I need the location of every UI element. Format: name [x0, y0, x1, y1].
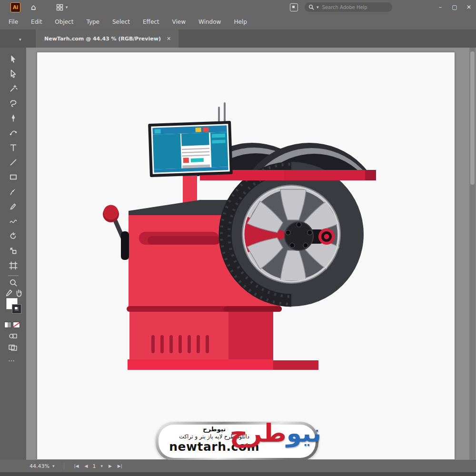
- canvas-area: [26, 48, 476, 460]
- logo-part-blue: نیو: [287, 419, 321, 447]
- artboard-last-button[interactable]: ▶|: [118, 464, 122, 468]
- more-tools-ellipsis[interactable]: …: [8, 355, 15, 363]
- menu-bar: File Edit Object Type Select Effect View…: [0, 14, 476, 30]
- menu-edit[interactable]: Edit: [31, 19, 42, 25]
- tab-overflow-caret-icon[interactable]: ▾: [19, 37, 21, 42]
- tool-hand-icon[interactable]: [14, 288, 21, 296]
- chevron-down-icon: ▾: [66, 5, 68, 10]
- none-color-chip[interactable]: [13, 322, 20, 328]
- tool-direct-selection-icon[interactable]: [9, 69, 18, 79]
- tool-selection-icon[interactable]: [9, 54, 18, 64]
- tool-line-segment-icon[interactable]: [9, 158, 18, 167]
- tool-paintbrush-icon[interactable]: [9, 187, 18, 197]
- tool-scale-icon[interactable]: [9, 246, 18, 256]
- artboard-caret-icon[interactable]: ▾: [100, 464, 103, 468]
- menu-file[interactable]: File: [9, 19, 18, 25]
- arrange-documents-icon: [56, 4, 63, 11]
- artboard: [37, 52, 455, 459]
- artboard-next-button[interactable]: ▶: [109, 464, 112, 468]
- tool-artboard-icon[interactable]: [9, 261, 18, 270]
- screen-mode-icon[interactable]: [8, 344, 18, 353]
- artboard-first-button[interactable]: |◀: [74, 464, 79, 468]
- drawing-modes-icon[interactable]: [8, 332, 18, 342]
- tool-rectangle-icon[interactable]: [9, 172, 18, 182]
- document-tab-title: NewTarh.com @ 44.43 % (RGB/Preview): [44, 36, 161, 42]
- color-mode-chip[interactable]: [4, 322, 11, 328]
- tool-pen-icon[interactable]: [9, 113, 18, 123]
- stroke-color-swatch[interactable]: [12, 305, 21, 313]
- menu-window[interactable]: Window: [198, 19, 221, 25]
- maximize-button[interactable]: ▢: [447, 4, 462, 10]
- title-bar: Ai ⌂ ▾ ▾ – ▢ ✕: [0, 0, 476, 14]
- tool-lasso-icon[interactable]: [9, 99, 18, 108]
- tool-shaper-icon[interactable]: [9, 217, 18, 226]
- tool-magic-wand-icon[interactable]: [9, 84, 18, 93]
- home-icon[interactable]: ⌂: [31, 3, 36, 11]
- document-tab-bar: ▾ NewTarh.com @ 44.43 % (RGB/Preview) ✕: [0, 30, 476, 48]
- tab-close-icon[interactable]: ✕: [167, 36, 171, 42]
- artboard-number[interactable]: 1: [92, 463, 96, 469]
- tools-panel: …: [0, 48, 26, 460]
- document-tab[interactable]: NewTarh.com @ 44.43 % (RGB/Preview) ✕: [36, 30, 178, 48]
- status-bar: 44.43% ▾ |◀ ◀ 1 ▾ ▶ ▶|: [0, 460, 476, 472]
- newtarh-logo: نیوطرح: [230, 416, 321, 451]
- scrollbar-thumb[interactable]: [470, 51, 475, 185]
- arrange-documents-control[interactable]: ▾: [56, 4, 68, 11]
- illustrator-app-icon: Ai: [10, 2, 20, 12]
- menu-type[interactable]: Type: [86, 19, 99, 25]
- help-search-box[interactable]: ▾: [305, 2, 392, 12]
- tool-zoom-icon[interactable]: [9, 278, 18, 288]
- status-divider: [64, 463, 64, 469]
- search-input[interactable]: [321, 4, 379, 10]
- newtarh-watermark: نیوطرح دانلود طرح لایه باز بنر و تراکت n…: [156, 422, 318, 461]
- zoom-caret-icon[interactable]: ▾: [52, 464, 55, 468]
- title-bar-right: ▾ – ▢ ✕: [290, 0, 476, 14]
- search-icon: [308, 4, 314, 10]
- tool-pencil-icon[interactable]: [9, 202, 18, 211]
- zoom-level-field[interactable]: 44.43%: [30, 463, 50, 469]
- logo-part-red: طرح: [230, 419, 287, 447]
- share-icon[interactable]: [290, 3, 298, 11]
- search-scope-caret-icon: ▾: [317, 5, 319, 10]
- menu-select[interactable]: Select: [112, 19, 130, 25]
- menu-view[interactable]: View: [172, 19, 186, 25]
- tool-curvature-icon[interactable]: [9, 128, 18, 138]
- tool-eyedropper-icon[interactable]: [4, 288, 11, 296]
- tool-rotate-icon[interactable]: [9, 231, 18, 241]
- close-button[interactable]: ✕: [462, 4, 476, 10]
- window-bottom-edge: [0, 472, 476, 476]
- menu-help[interactable]: Help: [234, 19, 247, 25]
- artboard-prev-button[interactable]: ◀: [84, 464, 88, 468]
- toolbar-divider: [8, 275, 19, 276]
- menu-object[interactable]: Object: [55, 19, 73, 25]
- vertical-scrollbar[interactable]: [469, 48, 476, 460]
- tool-type-icon[interactable]: [9, 143, 18, 152]
- minimize-button[interactable]: –: [433, 4, 447, 10]
- menu-effect[interactable]: Effect: [143, 19, 159, 25]
